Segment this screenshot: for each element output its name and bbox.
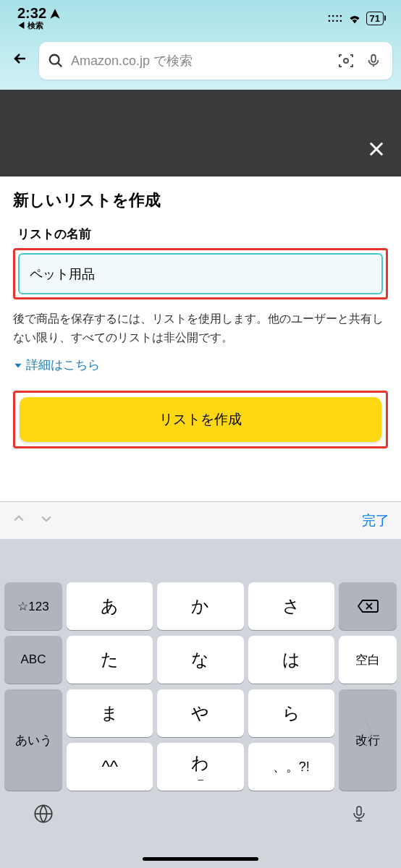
list-name-input[interactable] [18, 253, 383, 294]
chevron-up-icon [12, 511, 26, 526]
keyboard-next-button[interactable] [39, 511, 54, 530]
voice-search-button[interactable] [363, 51, 384, 71]
chevron-down-icon [13, 360, 23, 370]
close-button[interactable] [366, 138, 387, 165]
help-text: 後で商品を保存するには、リストを使用します。他のユーザーと共有しない限り、すべて… [13, 310, 388, 346]
details-link-text: 詳細はこちら [26, 357, 100, 373]
battery-indicator: 71 [366, 12, 384, 25]
key-ta[interactable]: た [67, 636, 153, 684]
keyboard-done-button[interactable]: 完了 [362, 511, 389, 530]
key-ha[interactable]: は [248, 636, 334, 684]
microphone-icon [350, 804, 368, 824]
status-left: 2:32 ◀ 検索 [17, 5, 61, 31]
key-emoji[interactable]: ^^ [67, 743, 153, 791]
key-ra[interactable]: ら [248, 689, 334, 737]
key-kana-mode[interactable]: あいう [4, 689, 62, 791]
microphone-icon [366, 53, 381, 69]
modal-overlay [0, 90, 401, 176]
keyboard-next-candidate[interactable]: 〉 [360, 712, 392, 755]
search-input[interactable] [71, 54, 329, 69]
create-list-button[interactable]: リストを作成 [20, 397, 381, 442]
modal-content: 新しいリストを作成 リストの名前 後で商品を保存するには、リストを使用します。他… [0, 176, 401, 461]
search-bar[interactable] [39, 42, 392, 80]
backspace-icon [357, 598, 379, 614]
status-time: 2:32 [17, 5, 61, 22]
keyboard: ☆123 ABC あいう あ か さ た な は ま や ら ^^ [0, 539, 401, 868]
close-icon [366, 139, 387, 159]
key-na[interactable]: な [157, 636, 243, 684]
back-to-app[interactable]: ◀ 検索 [17, 20, 43, 31]
time-value: 2:32 [17, 5, 46, 22]
key-wa[interactable]: わ _ [157, 743, 243, 791]
globe-icon [33, 804, 54, 824]
svg-point-0 [50, 55, 59, 64]
location-icon [49, 8, 61, 20]
key-ka[interactable]: か [157, 582, 243, 630]
key-space[interactable]: 空白 [339, 636, 397, 684]
button-highlight-box: リストを作成 [13, 391, 388, 448]
key-ya[interactable]: や [157, 689, 243, 737]
page-title: 新しいリストを作成 [13, 190, 388, 211]
chevron-down-icon [39, 511, 54, 526]
key-a[interactable]: あ [67, 582, 153, 630]
back-button[interactable] [9, 50, 32, 72]
key-wa-main: わ [191, 754, 209, 772]
key-sa[interactable]: さ [248, 582, 334, 630]
home-indicator[interactable] [143, 857, 258, 861]
svg-point-1 [344, 59, 348, 63]
svg-rect-4 [357, 807, 361, 815]
search-header [0, 36, 401, 90]
keyboard-globe-button[interactable] [33, 804, 54, 829]
status-right: :::: 71 [327, 12, 384, 25]
camera-icon [337, 52, 355, 69]
key-backspace[interactable] [339, 582, 397, 630]
key-ma[interactable]: ま [67, 689, 153, 737]
cellular-icon: :::: [327, 12, 342, 25]
svg-rect-2 [371, 55, 376, 62]
keyboard-prev-button[interactable] [12, 511, 26, 530]
key-wa-sub: _ [198, 770, 203, 780]
keyboard-accessory: 完了 [0, 501, 401, 539]
arrow-left-icon [12, 50, 29, 67]
key-punct[interactable]: 、。?! [248, 743, 334, 791]
field-label: リストの名前 [13, 226, 388, 242]
key-numeric-mode[interactable]: ☆123 [4, 582, 62, 630]
keyboard-mic-button[interactable] [350, 804, 368, 829]
status-bar: 2:32 ◀ 検索 :::: 71 [0, 0, 401, 36]
keyboard-nav [12, 511, 54, 530]
camera-search-button[interactable] [336, 51, 356, 71]
search-icon [48, 53, 64, 69]
wifi-icon [347, 12, 362, 24]
details-link[interactable]: 詳細はこちら [13, 357, 388, 373]
key-abc-mode[interactable]: ABC [4, 636, 62, 684]
input-highlight-box [13, 248, 388, 299]
